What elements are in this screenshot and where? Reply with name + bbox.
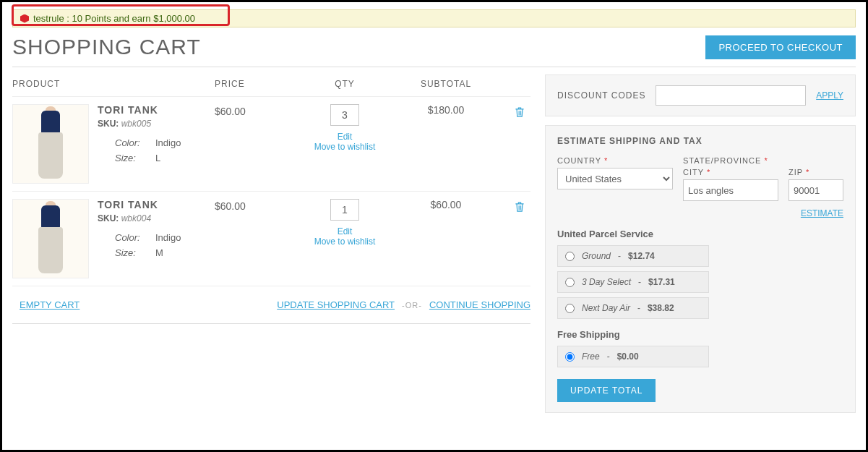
city-input[interactable] (683, 179, 778, 201)
cart-item-row: TORI TANK SKU: wbk005 Color: Indigo Size… (12, 97, 530, 192)
item-price: $60.00 (215, 199, 294, 212)
qty-input[interactable] (330, 199, 359, 221)
item-price: $60.00 (215, 104, 294, 117)
ship-group-title: United Parcel Service (557, 229, 843, 239)
cart-header-row: PRODUCT PRICE QTY SUBTOTAL (12, 74, 530, 97)
color-value: Indigo (155, 232, 181, 243)
ship-option[interactable]: Ground - $12.74 (557, 245, 709, 267)
ship-radio[interactable] (565, 352, 575, 362)
color-value: Indigo (155, 137, 181, 148)
move-wishlist-link[interactable]: Move to wishlist (314, 142, 376, 152)
update-total-button[interactable]: UPDATE TOTAL (557, 379, 656, 402)
ship-option[interactable]: 3 Day Select - $17.31 (557, 271, 709, 293)
or-text: -OR- (402, 301, 422, 310)
estimate-link[interactable]: ESTIMATE (801, 208, 843, 218)
trash-icon[interactable] (514, 106, 525, 119)
qty-input[interactable] (330, 104, 359, 126)
col-price: PRICE (215, 79, 294, 89)
edit-link[interactable]: Edit (338, 132, 353, 142)
trash-icon[interactable] (514, 200, 525, 213)
sku-label: SKU: (98, 213, 119, 223)
discount-label: DISCOUNT CODES (557, 90, 645, 101)
size-value: L (155, 153, 160, 163)
size-label: Size: (115, 153, 148, 163)
col-subtotal: SUBTOTAL (395, 79, 497, 89)
continue-shopping-link[interactable]: CONTINUE SHOPPING (429, 299, 530, 310)
proceed-checkout-button[interactable]: PROCEED TO CHECKOUT (705, 35, 856, 59)
ship-radio[interactable] (565, 304, 575, 313)
sku-value: wbk005 (121, 119, 151, 129)
sku-label: SKU: (98, 119, 119, 129)
shipping-title: ESTIMATE SHIPPING AND TAX (557, 136, 843, 146)
empty-cart-link[interactable]: EMPTY CART (20, 299, 80, 310)
product-name[interactable]: TORI TANK (98, 104, 181, 116)
col-product: PRODUCT (12, 79, 215, 89)
sku-value: wbk004 (121, 213, 151, 223)
item-subtotal: $60.00 (395, 199, 497, 210)
discount-input[interactable] (656, 85, 806, 106)
size-label: Size: (115, 247, 148, 258)
cart-actions-bar: EMPTY CART UPDATE SHOPPING CART -OR- CON… (12, 286, 530, 324)
zip-label: ZIP (788, 168, 803, 176)
ship-group-title: Free Shipping (557, 329, 843, 340)
ship-radio[interactable] (565, 278, 575, 287)
country-select[interactable]: United States (557, 168, 673, 189)
discount-panel: DISCOUNT CODES APPLY (545, 74, 856, 116)
page-title: SHOPPING CART (12, 35, 201, 59)
cart-item-row: TORI TANK SKU: wbk004 Color: Indigo Size… (12, 192, 530, 286)
ship-option[interactable]: Free - $0.00 (557, 346, 709, 367)
update-cart-link[interactable]: UPDATE SHOPPING CART (277, 299, 395, 310)
size-value: M (155, 247, 163, 258)
color-label: Color: (115, 137, 148, 148)
zip-input[interactable] (788, 179, 843, 201)
apply-discount-link[interactable]: APPLY (816, 90, 843, 101)
divider (12, 67, 856, 67)
country-label: COUNTRY (557, 156, 601, 165)
product-name[interactable]: TORI TANK (98, 199, 181, 210)
edit-link[interactable]: Edit (338, 226, 353, 236)
ship-option[interactable]: Next Day Air - $38.82 (557, 297, 709, 319)
color-label: Color: (115, 232, 148, 243)
highlight-box (12, 4, 230, 26)
move-wishlist-link[interactable]: Move to wishlist (314, 236, 376, 247)
product-image[interactable] (12, 199, 89, 278)
state-label: STATE/PROVINCE (683, 156, 761, 165)
col-qty: QTY (294, 79, 395, 89)
ship-radio[interactable] (565, 252, 575, 261)
product-image[interactable] (12, 104, 89, 184)
shipping-panel: ESTIMATE SHIPPING AND TAX COUNTRY * Unit… (545, 125, 856, 413)
item-subtotal: $180.00 (395, 104, 497, 116)
city-label: CITY (683, 168, 704, 176)
